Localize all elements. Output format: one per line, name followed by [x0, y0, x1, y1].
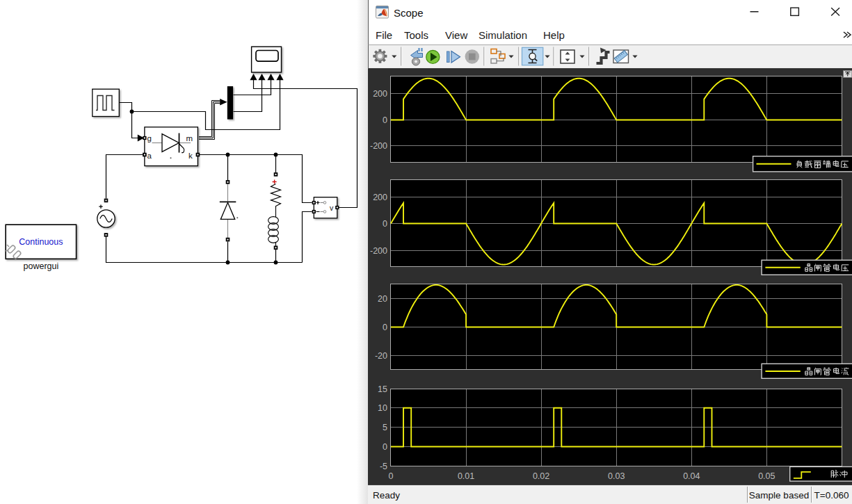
svg-text:-200: -200 — [370, 141, 387, 151]
svg-text:v: v — [330, 204, 334, 212]
svg-text:20: 20 — [378, 294, 387, 304]
svg-text:0: 0 — [383, 115, 387, 125]
svg-text:Continuous: Continuous — [19, 237, 63, 247]
svg-text:k: k — [188, 152, 193, 160]
svg-text:a: a — [147, 152, 152, 160]
svg-text:5: 5 — [383, 423, 387, 432]
svg-text:powergui: powergui — [24, 261, 59, 271]
svg-text:m: m — [186, 134, 193, 143]
svg-text:0.01: 0.01 — [458, 471, 474, 481]
svg-text:10: 10 — [378, 403, 387, 413]
svg-text:200: 200 — [373, 89, 387, 99]
svg-text:200: 200 — [373, 193, 387, 202]
svg-text:15: 15 — [378, 384, 387, 394]
svg-text:0.05: 0.05 — [758, 471, 775, 481]
svg-text:g: g — [147, 134, 152, 143]
svg-text:0: 0 — [383, 323, 387, 332]
svg-text:0.04: 0.04 — [683, 471, 700, 481]
svg-text:-200: -200 — [370, 246, 387, 256]
svg-text:0: 0 — [383, 442, 387, 452]
svg-text:0: 0 — [389, 471, 394, 481]
svg-text:0.02: 0.02 — [533, 471, 549, 481]
svg-text:-20: -20 — [375, 351, 387, 361]
svg-text:0.03: 0.03 — [608, 471, 625, 481]
svg-text:-5: -5 — [380, 462, 387, 471]
svg-text:0: 0 — [383, 219, 387, 229]
